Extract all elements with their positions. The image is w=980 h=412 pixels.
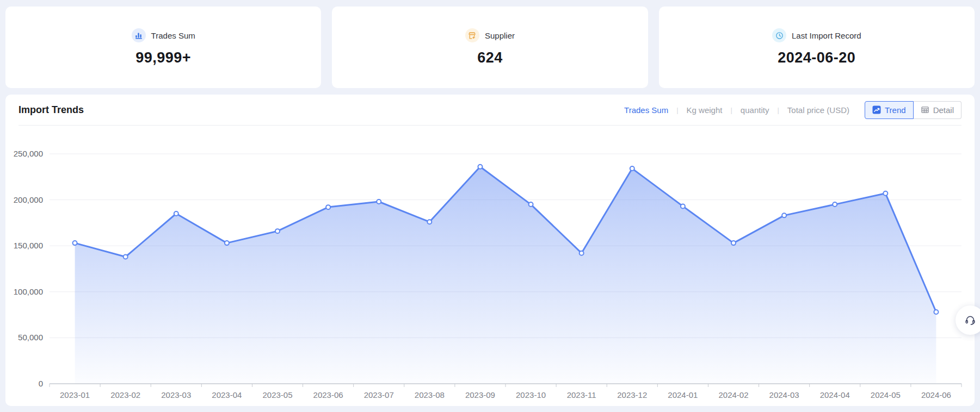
data-point[interactable] [529, 202, 533, 207]
support-float-button[interactable] [956, 305, 980, 335]
chart-header: Import Trends Trades Sum | Kg weight | q… [5, 95, 975, 125]
stat-value: 624 [477, 49, 503, 66]
trend-chart-svg[interactable]: 050,000100,000150,000200,000250,0002023-… [5, 126, 975, 407]
dashboard-page: Trades Sum 99,999+ Supplier 624 [0, 0, 980, 412]
trend-view-label: Trend [885, 105, 906, 115]
x-axis-label: 2023-02 [110, 390, 140, 399]
storefront-icon [465, 28, 479, 42]
x-axis-label: 2023-01 [60, 390, 90, 399]
data-point[interactable] [225, 241, 229, 245]
data-point[interactable] [833, 202, 837, 207]
x-axis-label: 2024-05 [871, 390, 901, 399]
tab-kg-weight[interactable]: Kg weight [687, 105, 723, 115]
metric-tabs: Trades Sum | Kg weight | quantity | Tota… [624, 105, 849, 115]
x-axis-label: 2024-01 [668, 390, 698, 399]
stat-value: 99,999+ [135, 49, 191, 66]
stat-row: Trades Sum 99,999+ Supplier 624 [5, 7, 975, 88]
area-fill [75, 167, 936, 384]
y-axis-label: 150,000 [14, 241, 43, 250]
x-axis-label: 2023-06 [313, 390, 343, 399]
x-axis-label: 2023-05 [262, 390, 292, 399]
data-point[interactable] [174, 211, 178, 216]
chart-title: Import Trends [19, 104, 84, 116]
detail-view-label: Detail [933, 105, 954, 115]
tab-separator: | [676, 106, 678, 114]
x-axis-label: 2023-09 [465, 390, 495, 399]
stat-card-trades-sum: Trades Sum 99,999+ [5, 7, 321, 88]
stat-label: Last Import Record [792, 31, 861, 40]
x-axis-label: 2023-03 [161, 390, 191, 399]
data-point[interactable] [580, 251, 584, 255]
x-axis-label: 2023-11 [567, 390, 596, 399]
data-point[interactable] [73, 241, 77, 245]
x-axis-label: 2024-03 [769, 390, 799, 399]
data-point[interactable] [377, 199, 381, 204]
tab-trades-sum[interactable]: Trades Sum [624, 105, 668, 115]
bar-chart-icon [132, 28, 146, 42]
data-point[interactable] [478, 165, 482, 169]
data-point[interactable] [681, 204, 685, 208]
data-point[interactable] [630, 166, 634, 171]
data-point[interactable] [124, 255, 128, 259]
x-axis-label: 2023-08 [415, 390, 445, 399]
data-point[interactable] [275, 229, 280, 233]
tab-total-price[interactable]: Total price (USD) [787, 105, 849, 115]
data-point[interactable] [731, 241, 736, 245]
stat-value: 2024-06-20 [778, 49, 855, 66]
stat-card-last-import: Last Import Record 2024-06-20 [659, 7, 975, 88]
headset-icon [964, 314, 976, 326]
tab-separator: | [730, 106, 732, 114]
y-axis-label: 250,000 [14, 149, 43, 158]
y-axis-label: 0 [39, 379, 43, 388]
y-axis-label: 100,000 [14, 287, 43, 296]
stat-label: Trades Sum [151, 31, 195, 40]
x-axis-label: 2024-04 [820, 390, 850, 399]
trend-view-button[interactable]: Trend [865, 101, 914, 119]
y-axis-label: 200,000 [14, 195, 43, 204]
x-axis-label: 2024-02 [718, 390, 748, 399]
x-axis-label: 2023-12 [617, 390, 647, 399]
trend-icon [872, 105, 881, 114]
detail-view-button[interactable]: Detail [914, 101, 961, 119]
view-toggle-group: Trend Detail [865, 101, 961, 119]
data-point[interactable] [782, 213, 786, 217]
data-point[interactable] [427, 220, 432, 224]
data-point[interactable] [934, 310, 938, 314]
y-axis-label: 50,000 [18, 333, 43, 342]
clock-icon [772, 28, 786, 42]
stat-card-supplier: Supplier 624 [332, 7, 648, 88]
tab-quantity[interactable]: quantity [741, 105, 769, 115]
x-axis-label: 2023-07 [364, 390, 394, 399]
data-point[interactable] [326, 205, 330, 209]
x-axis-label: 2023-10 [516, 390, 546, 399]
x-axis-label: 2024-06 [921, 390, 951, 399]
table-icon [921, 105, 929, 114]
tab-separator: | [777, 106, 779, 114]
x-axis-label: 2023-04 [212, 390, 242, 399]
data-point[interactable] [883, 191, 887, 196]
import-trends-card: Import Trends Trades Sum | Kg weight | q… [5, 95, 975, 406]
stat-label: Supplier [485, 31, 515, 40]
